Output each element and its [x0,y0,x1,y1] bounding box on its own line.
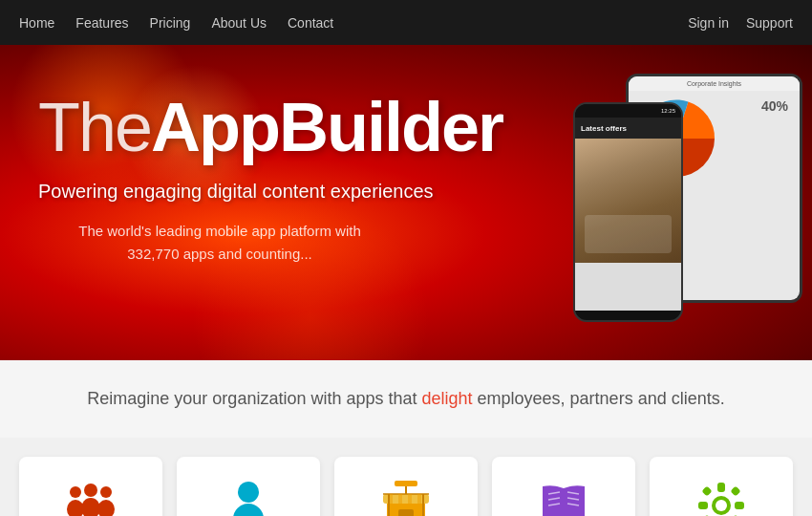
svg-rect-30 [698,502,708,509]
tablet-title: Corporate Insights [629,76,800,91]
nav-item-contact[interactable]: Contact [288,15,333,31]
svg-point-6 [97,500,115,516]
svg-point-4 [81,498,100,516]
hero-section: TheAppBuilder Powering engaging digital … [0,45,812,360]
svg-rect-16 [398,509,414,516]
nav-item-support[interactable]: Support [746,15,793,31]
hero-title-bold: AppBuilder [151,89,502,165]
phone-navbar: Latest offers [575,118,681,139]
nav-left: Home Features Pricing About Us Contact [19,15,333,31]
gear-icon [696,481,746,516]
svg-rect-13 [398,494,402,504]
feature-card-book [492,457,635,516]
feature-card-gear [650,457,793,516]
svg-point-8 [233,504,264,516]
feature-card-person [177,457,320,516]
people-icon [66,481,116,516]
tagline-highlight: delight [422,389,473,408]
phone-mockup: 12:25 Latest offers [573,102,683,322]
nav-item-features[interactable]: Features [75,15,128,31]
hero-content: TheAppBuilder Powering engaging digital … [38,93,502,266]
hero-title: TheAppBuilder [38,93,502,161]
hero-title-thin: The [38,89,151,165]
svg-rect-14 [408,494,412,504]
svg-point-36 [716,500,727,511]
svg-rect-32 [701,485,712,496]
phone-statusbar: 12:25 [575,104,681,118]
nav-item-pricing[interactable]: Pricing [150,15,191,31]
hero-phones: Corporate Insights 40% [573,54,812,360]
tagline-after: employees, partners and clients. [473,389,725,408]
svg-point-5 [100,486,112,498]
navbar: Home Features Pricing About Us Contact S… [0,0,812,45]
nav-right: Sign in Support [688,15,793,31]
svg-rect-31 [735,502,744,509]
svg-rect-28 [717,483,725,492]
building-icon [381,481,431,516]
svg-rect-20 [395,481,417,486]
feature-card-building [334,457,478,516]
book-icon [539,481,588,516]
hero-subtitle: Powering engaging digital content experi… [38,181,502,203]
nav-item-about[interactable]: About Us [211,15,267,31]
svg-point-7 [238,482,259,503]
tagline-text: Reimagine your organization with apps th… [19,389,793,409]
person-icon [231,481,266,516]
nav-item-signin[interactable]: Sign in [688,15,729,31]
svg-point-1 [70,486,81,498]
hero-description: The world's leading mobile app platform … [38,220,401,266]
tagline-section: Reimagine your organization with apps th… [0,360,812,438]
tablet-percent: 40% [761,98,788,114]
svg-rect-33 [730,485,740,496]
feature-card-people [19,457,162,516]
phone-content [575,139,681,311]
svg-rect-15 [417,494,421,504]
phone-image [575,139,681,263]
phone-nav-title: Latest offers [581,124,627,133]
svg-point-3 [84,484,97,497]
features-section [0,438,812,516]
nav-item-home[interactable]: Home [19,15,54,31]
tagline-before: Reimagine your organization with apps th… [87,389,421,408]
